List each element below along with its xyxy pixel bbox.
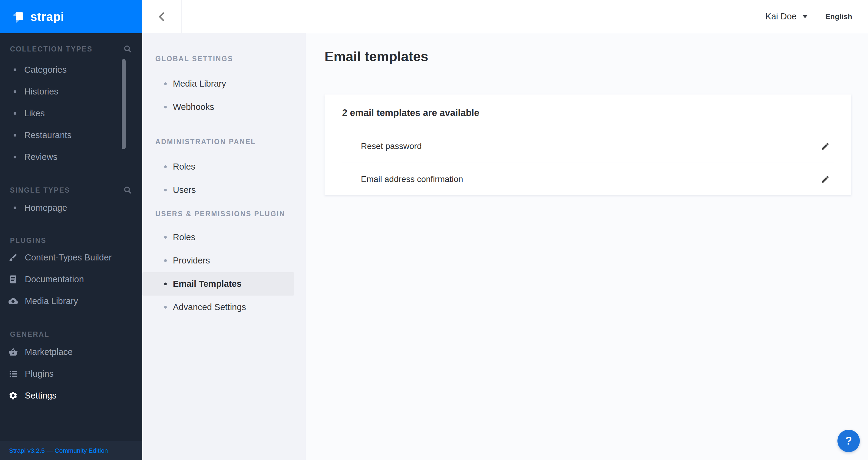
search-icon[interactable] (123, 44, 132, 54)
section-plugins: PLUGINS Content-Types Builder Documentat… (0, 236, 142, 312)
main-sidebar: strapi COLLECTION TYPES Categories Histo… (0, 0, 142, 460)
settings-nav-item-providers[interactable]: Providers (142, 249, 306, 272)
bullet-icon (164, 306, 167, 309)
settings-nav-item-webhooks[interactable]: Webhooks (142, 95, 306, 119)
bullet-icon (13, 207, 17, 209)
template-row-email-confirmation[interactable]: Email address confirmation (342, 163, 834, 195)
caret-down-icon (803, 15, 807, 18)
section-general: GENERAL Marketplace Plugins (0, 330, 142, 406)
sidebar-item-histories[interactable]: Histories (0, 81, 142, 102)
settings-nav-item-email-templates[interactable]: Email Templates (142, 272, 294, 296)
page-title: Email templates (324, 49, 868, 64)
edit-email-confirmation-button[interactable] (819, 173, 831, 185)
pencil-icon (821, 175, 830, 184)
bullet-icon (13, 90, 17, 93)
bullet-icon (164, 236, 167, 239)
gear-icon (8, 391, 18, 400)
settings-body: GLOBAL SETTINGS Media Library Webhooks A… (142, 33, 868, 460)
bullet-icon (13, 68, 17, 71)
sidebar-footer: Strapi v3.2.5 — Community Edition (0, 441, 142, 460)
sidebar-menu: COLLECTION TYPES Categories Histories Li… (0, 33, 142, 441)
sidebar-item-likes[interactable]: Likes (0, 102, 142, 124)
sidebar-item-homepage[interactable]: Homepage (0, 197, 142, 219)
chevron-left-icon (156, 10, 168, 23)
sidebar-item-settings[interactable]: Settings (0, 385, 142, 406)
settings-nav-item-advanced-settings[interactable]: Advanced Settings (142, 296, 306, 319)
bullet-icon (164, 82, 167, 85)
bullet-icon (164, 259, 167, 262)
basket-icon (8, 347, 18, 357)
edit-reset-password-button[interactable] (819, 140, 831, 152)
settings-nav-item-admin-roles[interactable]: Roles (142, 155, 306, 178)
section-users-permissions-plugin: USERS & PERMISSIONS PLUGIN Roles Provide… (142, 210, 306, 319)
strapi-logo-icon (11, 9, 25, 24)
list-icon (8, 369, 18, 378)
strapi-logo[interactable]: strapi (0, 0, 142, 33)
pencil-icon (821, 142, 830, 151)
strapi-logo-text: strapi (30, 10, 64, 24)
settings-nav-item-media-library[interactable]: Media Library (142, 72, 306, 95)
main-content: Email templates 2 email templates are av… (306, 33, 868, 460)
back-button[interactable] (142, 0, 182, 33)
bullet-icon (13, 112, 17, 115)
section-administration-panel: ADMINISTRATION PANEL Roles Users (142, 137, 306, 202)
topbar-divider (818, 10, 818, 24)
card-title: 2 email templates are available (324, 94, 851, 130)
bullet-icon (164, 165, 167, 168)
help-button[interactable]: ? (837, 430, 860, 452)
section-single-types: SINGLE TYPES Homepage (0, 186, 142, 219)
bullet-icon (164, 189, 167, 191)
version-link[interactable]: Strapi v3.2.5 — Community Edition (9, 447, 108, 454)
bullet-icon (164, 282, 167, 285)
user-menu[interactable]: Kai Doe (765, 11, 807, 22)
section-label: USERS & PERMISSIONS PLUGIN (155, 210, 285, 218)
search-icon[interactable] (123, 186, 132, 195)
settings-nav-item-admin-users[interactable]: Users (142, 178, 306, 202)
section-label: ADMINISTRATION PANEL (155, 138, 256, 146)
book-icon (8, 275, 18, 284)
strapi-admin-app: strapi COLLECTION TYPES Categories Histo… (0, 0, 868, 460)
bullet-icon (13, 134, 17, 136)
user-name: Kai Doe (765, 11, 797, 22)
sidebar-item-media-library[interactable]: Media Library (0, 290, 142, 312)
sidebar-item-plugins[interactable]: Plugins (0, 363, 142, 385)
section-label: SINGLE TYPES (10, 186, 70, 194)
section-label: GLOBAL SETTINGS (155, 55, 233, 63)
sidebar-item-documentation[interactable]: Documentation (0, 268, 142, 290)
cloud-upload-icon (8, 297, 18, 306)
section-label: PLUGINS (10, 237, 46, 245)
help-label: ? (845, 435, 852, 447)
section-label: GENERAL (10, 330, 50, 339)
template-label: Reset password (361, 142, 422, 151)
section-global-settings: GLOBAL SETTINGS Media Library Webhooks (142, 55, 306, 119)
sidebar-scrollbar[interactable] (122, 59, 126, 149)
topbar: Kai Doe English (142, 0, 868, 33)
right-pane: Kai Doe English GLOBAL SETTINGS Media Li… (142, 0, 868, 460)
bullet-icon (13, 156, 17, 158)
template-label: Email address confirmation (361, 175, 463, 184)
email-templates-card: 2 email templates are available Reset pa… (324, 94, 851, 195)
language-selector[interactable]: English (825, 12, 852, 21)
template-row-reset-password[interactable]: Reset password (342, 130, 834, 163)
paintbrush-icon (8, 253, 18, 262)
sidebar-item-marketplace[interactable]: Marketplace (0, 341, 142, 363)
bullet-icon (164, 106, 167, 109)
section-collection-types: COLLECTION TYPES Categories Histories Li… (0, 45, 142, 168)
sidebar-item-content-types-builder[interactable]: Content-Types Builder (0, 246, 142, 268)
section-label: COLLECTION TYPES (10, 45, 93, 53)
sidebar-item-restaurants[interactable]: Restaurants (0, 124, 142, 146)
sidebar-item-reviews[interactable]: Reviews (0, 146, 142, 168)
sidebar-item-categories[interactable]: Categories (0, 59, 142, 81)
settings-nav: GLOBAL SETTINGS Media Library Webhooks A… (142, 33, 306, 460)
settings-nav-item-up-roles[interactable]: Roles (142, 225, 306, 249)
